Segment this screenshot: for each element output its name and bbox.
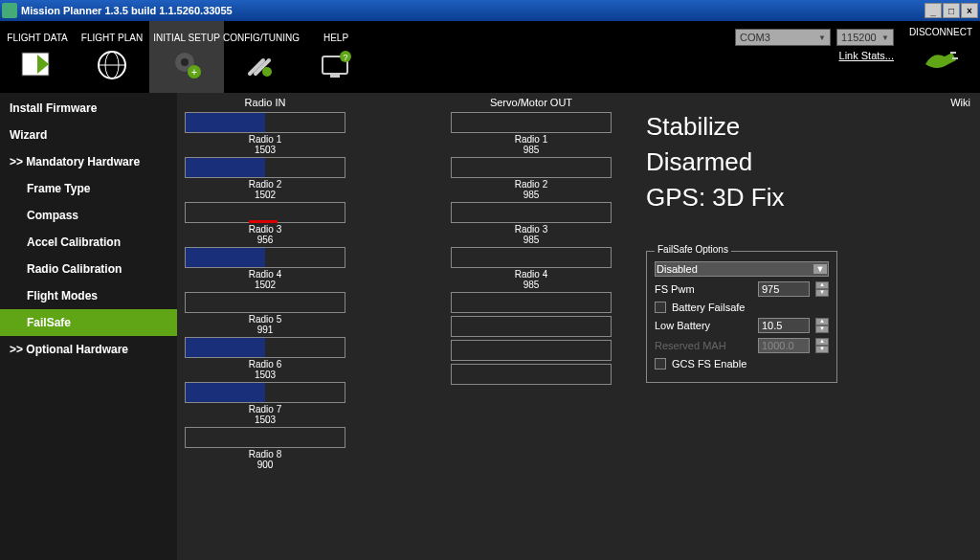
fs-pwm-input[interactable] <box>758 281 810 297</box>
servo-out-column: Servo/Motor OUT Radio 1985Radio 2985Radi… <box>451 97 612 472</box>
gear-plus-icon: + <box>164 46 210 84</box>
sidebar-compass[interactable]: Compass <box>0 202 177 229</box>
port-select[interactable]: COM3▼ <box>735 29 831 46</box>
wiki-link[interactable]: Wiki <box>950 97 970 108</box>
servo-out-8 <box>451 364 612 386</box>
flight-mode: Stabilize <box>646 112 784 142</box>
svg-rect-10 <box>330 74 340 78</box>
radio-in-3: Radio 3956 <box>185 202 345 245</box>
link-stats-link[interactable]: Link Stats... <box>839 50 894 61</box>
fs-pwm-up[interactable]: ▲ <box>815 281 829 289</box>
reserved-mah-input <box>758 338 810 353</box>
wrench-icon <box>238 46 284 84</box>
close-button[interactable]: × <box>961 3 978 18</box>
baud-select[interactable]: 115200▼ <box>836 29 894 46</box>
sidebar-wizard[interactable]: Wizard <box>0 122 177 148</box>
fs-pwm-down[interactable]: ▼ <box>815 289 829 297</box>
gcs-fs-checkbox[interactable] <box>655 358 666 370</box>
status-area: Stabilize Disarmed GPS: 3D Fix <box>646 112 784 218</box>
sidebar-flight-modes[interactable]: Flight Modes <box>0 282 177 309</box>
gps-status: GPS: 3D Fix <box>646 183 784 213</box>
servo-out-3: Radio 3985 <box>451 202 612 245</box>
low-battery-label: Low Battery <box>655 320 752 331</box>
sidebar-mandatory-hardware[interactable]: >> Mandatory Hardware <box>0 148 177 175</box>
arm-status: Disarmed <box>646 147 784 177</box>
svg-text:?: ? <box>343 53 347 62</box>
gcs-fs-label: GCS FS Enable <box>672 358 746 370</box>
globe-icon <box>89 46 135 84</box>
toolbar: FLIGHT DATA FLIGHT PLAN INITIAL SETUP + … <box>0 21 980 93</box>
failsafe-mode-select[interactable]: Disabled▼ <box>655 261 829 277</box>
servo-out-header: Servo/Motor OUT <box>490 97 572 108</box>
svg-point-5 <box>181 58 189 66</box>
svg-text:+: + <box>191 67 197 78</box>
sidebar-install-firmware[interactable]: Install Firmware <box>0 95 177 122</box>
radio-in-2: Radio 21502 <box>185 157 345 200</box>
tab-initial-setup[interactable]: INITIAL SETUP + <box>149 21 224 93</box>
reserved-mah-label: Reserved MAH <box>655 340 752 351</box>
titlebar: Mission Planner 1.3.5 build 1.1.5260.330… <box>0 0 980 21</box>
servo-out-1: Radio 1985 <box>451 112 612 155</box>
low-battery-down[interactable]: ▼ <box>815 325 829 333</box>
battery-failsafe-checkbox[interactable] <box>655 302 666 313</box>
tab-config-tuning[interactable]: CONFIG/TUNING <box>224 21 299 93</box>
radio-in-6: Radio 61503 <box>185 337 345 380</box>
radio-in-1: Radio 11503 <box>185 112 345 155</box>
radio-in-4: Radio 41502 <box>185 247 345 290</box>
servo-out-5 <box>451 292 612 314</box>
window-title: Mission Planner 1.3.5 build 1.1.5260.330… <box>21 5 924 16</box>
low-battery-up[interactable]: ▲ <box>815 318 829 325</box>
low-battery-input[interactable] <box>758 318 810 333</box>
radio-in-8: Radio 8900 <box>185 427 345 470</box>
tab-help[interactable]: HELP ? <box>299 21 373 93</box>
svg-rect-14 <box>952 57 958 59</box>
reserved-up: ▲ <box>815 338 829 346</box>
sidebar: Install Firmware Wizard >> Mandatory Har… <box>0 93 177 560</box>
failsafe-legend: FailSafe Options <box>655 244 731 255</box>
fs-pwm-label: FS Pwm <box>655 283 752 295</box>
reserved-down: ▼ <box>815 346 829 353</box>
sidebar-optional-hardware[interactable]: >> Optional Hardware <box>0 336 177 363</box>
tab-flight-plan[interactable]: FLIGHT PLAN <box>75 21 149 93</box>
servo-out-4: Radio 4985 <box>451 247 612 290</box>
servo-out-6 <box>451 316 612 338</box>
app-icon <box>2 3 17 18</box>
sidebar-failsafe[interactable]: FailSafe <box>0 309 177 336</box>
sidebar-accel-calibration[interactable]: Accel Calibration <box>0 229 177 256</box>
minimize-button[interactable]: _ <box>924 3 942 18</box>
servo-out-7 <box>451 340 612 362</box>
flight-data-icon <box>14 46 60 84</box>
disconnect-button[interactable]: DISCONNECT <box>909 27 972 76</box>
maximize-button[interactable]: □ <box>943 3 960 18</box>
tab-flight-data[interactable]: FLIGHT DATA <box>0 21 75 93</box>
radio-in-column: Radio IN Radio 11503Radio 21502Radio 395… <box>185 97 345 472</box>
plug-icon <box>920 41 962 74</box>
content-area: Wiki Radio IN Radio 11503Radio 21502Radi… <box>177 93 980 560</box>
radio-in-5: Radio 5991 <box>185 292 345 335</box>
svg-point-8 <box>262 67 272 77</box>
radio-in-header: Radio IN <box>245 97 286 108</box>
sidebar-radio-calibration[interactable]: Radio Calibration <box>0 256 177 282</box>
svg-rect-13 <box>950 52 956 54</box>
monitor-help-icon: ? <box>313 46 359 84</box>
battery-failsafe-label: Battery Failsafe <box>672 302 745 313</box>
sidebar-frame-type[interactable]: Frame Type <box>0 175 177 202</box>
failsafe-options-box: FailSafe Options Disabled▼ FS Pwm ▲▼ Bat… <box>646 251 837 383</box>
servo-out-2: Radio 2985 <box>451 157 612 200</box>
radio-in-7: Radio 71503 <box>185 382 345 425</box>
